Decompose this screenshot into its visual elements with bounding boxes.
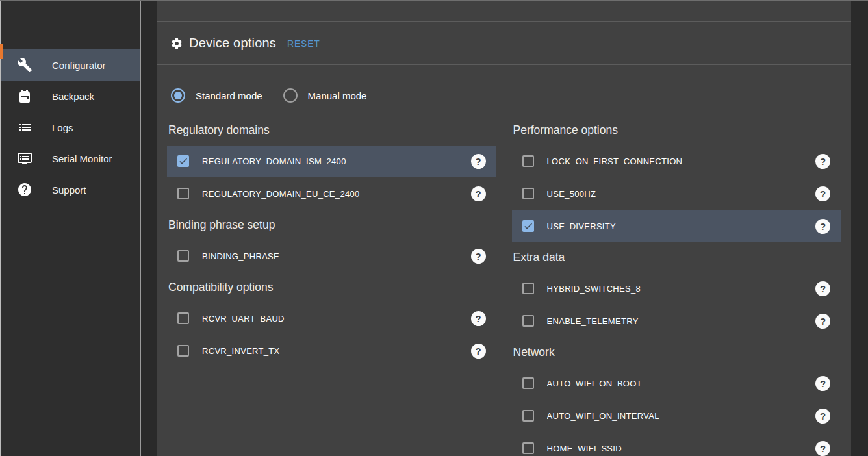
wrench-icon xyxy=(17,57,32,73)
options-column-left: Regulatory domains REGULATORY_DOMAIN_ISM… xyxy=(167,114,496,456)
option-row[interactable]: USE_500HZ ? xyxy=(512,178,841,209)
option-label: HOME_WIFI_SSID xyxy=(547,444,816,453)
option-label: RCVR_INVERT_TX xyxy=(202,346,471,356)
help-icon[interactable]: ? xyxy=(815,281,830,296)
sidebar-item-label: Configurator xyxy=(52,60,106,71)
section-title: Binding phrase setup xyxy=(168,217,496,233)
checkbox-checked-icon[interactable] xyxy=(522,220,534,232)
checkbox-unchecked-icon[interactable] xyxy=(522,410,534,422)
gear-icon xyxy=(170,37,183,50)
main-area: Device options RESET Standard mode Manua… xyxy=(141,1,868,456)
app-window: Configurator Backpack Logs Serial Monito… xyxy=(0,0,868,456)
manual-mode-radio[interactable]: Manual mode xyxy=(283,88,367,103)
checkbox-unchecked-icon[interactable] xyxy=(522,442,534,454)
help-icon[interactable]: ? xyxy=(471,311,486,326)
checkbox-unchecked-icon[interactable] xyxy=(177,250,189,262)
sidebar-item-serial-monitor[interactable]: Serial Monitor xyxy=(0,143,140,174)
serial-monitor-icon xyxy=(17,151,32,166)
sidebar-item-configurator[interactable]: Configurator xyxy=(0,49,140,81)
help-circle-icon xyxy=(17,182,32,197)
section-title: Extra data xyxy=(513,249,841,265)
sidebar-item-support[interactable]: Support xyxy=(0,174,140,205)
options-columns: Regulatory domains REGULATORY_DOMAIN_ISM… xyxy=(167,114,841,456)
checkbox-unchecked-icon[interactable] xyxy=(522,283,534,294)
accent-mark xyxy=(0,44,3,59)
option-row[interactable]: AUTO_WIFI_ON_BOOT ? xyxy=(512,368,841,399)
option-label: HYBRID_SWITCHES_8 xyxy=(547,284,816,294)
option-label: REGULATORY_DOMAIN_EU_CE_2400 xyxy=(202,189,471,199)
help-icon[interactable]: ? xyxy=(471,154,486,169)
sidebar-item-logs[interactable]: Logs xyxy=(0,112,140,143)
option-row[interactable]: REGULATORY_DOMAIN_EU_CE_2400 ? xyxy=(167,178,496,209)
sidebar-item-backpack[interactable]: Backpack xyxy=(0,81,140,112)
sidebar: Configurator Backpack Logs Serial Monito… xyxy=(0,1,141,456)
list-icon xyxy=(17,120,32,135)
checkbox-unchecked-icon[interactable] xyxy=(522,377,534,389)
help-icon[interactable]: ? xyxy=(815,219,830,234)
option-label: AUTO_WIFI_ON_BOOT xyxy=(547,379,816,388)
reset-button[interactable]: RESET xyxy=(287,38,320,49)
sidebar-item-label: Logs xyxy=(52,122,73,133)
help-icon[interactable]: ? xyxy=(815,314,830,329)
option-label: REGULATORY_DOMAIN_ISM_2400 xyxy=(202,157,471,166)
option-label: AUTO_WIFI_ON_INTERVAL xyxy=(547,411,816,421)
section-title: Performance options xyxy=(513,122,841,138)
radio-selected-icon[interactable] xyxy=(171,88,185,103)
option-row[interactable]: LOCK_ON_FIRST_CONNECTION ? xyxy=(512,146,841,177)
help-icon[interactable]: ? xyxy=(815,186,830,201)
section-title: Regulatory domains xyxy=(168,122,496,138)
option-label: USE_500HZ xyxy=(547,189,816,199)
option-row[interactable]: REGULATORY_DOMAIN_ISM_2400 ? xyxy=(167,146,496,177)
checkbox-unchecked-icon[interactable] xyxy=(177,345,189,357)
help-icon[interactable]: ? xyxy=(815,376,830,391)
sidebar-item-label: Serial Monitor xyxy=(52,153,112,164)
option-row[interactable]: HYBRID_SWITCHES_8 ? xyxy=(512,273,841,304)
option-row[interactable]: BINDING_PHRASE ? xyxy=(167,240,496,272)
option-row[interactable]: RCVR_UART_BAUD ? xyxy=(167,303,496,334)
help-icon[interactable]: ? xyxy=(815,154,830,169)
checkbox-unchecked-icon[interactable] xyxy=(522,315,534,327)
option-label: LOCK_ON_FIRST_CONNECTION xyxy=(547,157,816,166)
checkbox-unchecked-icon[interactable] xyxy=(177,188,189,199)
option-row[interactable]: RCVR_INVERT_TX ? xyxy=(167,335,496,366)
page-title: Device options xyxy=(189,36,276,51)
option-label: RCVR_UART_BAUD xyxy=(202,314,471,323)
option-row[interactable]: USE_DIVERSITY ? xyxy=(512,210,841,242)
option-label: BINDING_PHRASE xyxy=(202,251,471,261)
help-icon[interactable]: ? xyxy=(471,186,486,201)
card-content: Standard mode Manual mode Regulatory dom… xyxy=(157,65,851,456)
sidebar-nav: Configurator Backpack Logs Serial Monito… xyxy=(0,44,140,205)
radio-label: Manual mode xyxy=(308,90,367,101)
options-column-right: Performance options LOCK_ON_FIRST_CONNEC… xyxy=(512,114,841,456)
sidebar-item-label: Support xyxy=(52,184,86,196)
option-label: ENABLE_TELEMETRY xyxy=(547,316,816,326)
option-row[interactable]: HOME_WIFI_SSID ? xyxy=(512,433,841,456)
section-title: Compatibility options xyxy=(168,279,496,295)
help-icon[interactable]: ? xyxy=(815,441,830,456)
standard-mode-radio[interactable]: Standard mode xyxy=(171,88,262,103)
section-title: Network xyxy=(513,344,841,360)
checkbox-unchecked-icon[interactable] xyxy=(522,188,534,199)
option-row[interactable]: ENABLE_TELEMETRY ? xyxy=(512,305,841,336)
option-row[interactable]: AUTO_WIFI_ON_INTERVAL ? xyxy=(512,400,841,431)
backpack-icon xyxy=(17,88,32,104)
help-icon[interactable]: ? xyxy=(815,409,830,424)
radio-label: Standard mode xyxy=(196,90,262,101)
checkbox-unchecked-icon[interactable] xyxy=(177,312,189,324)
radio-unselected-icon[interactable] xyxy=(283,88,298,103)
option-label: USE_DIVERSITY xyxy=(547,222,816,231)
logo-area xyxy=(0,1,140,44)
help-icon[interactable]: ? xyxy=(471,344,486,359)
mode-selector: Standard mode Manual mode xyxy=(171,86,841,105)
card-header: Device options RESET xyxy=(157,22,851,65)
card-top-strip xyxy=(157,1,851,22)
checkbox-checked-icon[interactable] xyxy=(177,155,189,167)
window-border xyxy=(0,1,1,456)
device-options-card: Device options RESET Standard mode Manua… xyxy=(157,1,851,456)
help-icon[interactable]: ? xyxy=(471,249,486,264)
checkbox-unchecked-icon[interactable] xyxy=(522,155,534,167)
sidebar-item-label: Backpack xyxy=(52,91,94,102)
